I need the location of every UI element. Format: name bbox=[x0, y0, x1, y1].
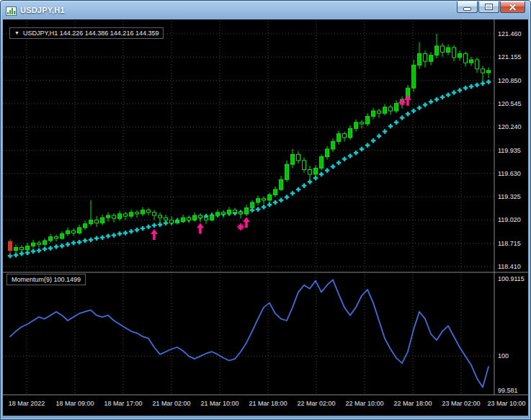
momentum-line-layer bbox=[10, 280, 488, 387]
chart-area[interactable]: 121.460121.155120.850120.545120.240119.9… bbox=[3, 19, 528, 416]
buy-arrow-icon bbox=[151, 229, 158, 240]
momentum-indicator-label: Momentum(9) 100.1499 bbox=[6, 274, 86, 285]
svg-text:118.715: 118.715 bbox=[498, 240, 521, 247]
svg-text:21 Mar 10:00: 21 Mar 10:00 bbox=[200, 400, 238, 407]
svg-text:23 Mar 10:00: 23 Mar 10:00 bbox=[487, 400, 525, 407]
svg-text:119.935: 119.935 bbox=[498, 147, 521, 154]
symbol-ohlc-label[interactable]: ▼ USDJPY,H1 144.226 144.386 144.216 144.… bbox=[9, 27, 164, 39]
window-title: USDJPY,H1 bbox=[20, 6, 65, 14]
close-button[interactable] bbox=[500, 1, 525, 13]
ohlc-text: USDJPY,H1 144.226 144.386 144.216 144.35… bbox=[23, 29, 159, 37]
svg-text:120.545: 120.545 bbox=[498, 100, 522, 107]
svg-text:99.581: 99.581 bbox=[498, 387, 518, 394]
svg-text:23 Mar 02:00: 23 Mar 02:00 bbox=[442, 400, 480, 407]
svg-text:18 Mar 17:00: 18 Mar 17:00 bbox=[104, 400, 142, 407]
time-scale[interactable]: 18 Mar 202218 Mar 09:0018 Mar 17:0021 Ma… bbox=[9, 400, 526, 407]
price-scale[interactable]: 121.460121.155120.850120.545120.240119.9… bbox=[498, 30, 522, 270]
candles-layer bbox=[9, 34, 491, 256]
svg-text:18 Mar 2022: 18 Mar 2022 bbox=[9, 400, 45, 407]
chart-dropdown-icon[interactable]: ▼ bbox=[14, 29, 19, 37]
svg-text:21 Mar 18:00: 21 Mar 18:00 bbox=[249, 400, 287, 407]
svg-text:119.020: 119.020 bbox=[498, 216, 521, 223]
buy-arrow-icon bbox=[243, 217, 250, 228]
svg-text:100.9115: 100.9115 bbox=[498, 275, 525, 282]
svg-text:118.410: 118.410 bbox=[498, 263, 521, 270]
svg-text:22 Mar 02:00: 22 Mar 02:00 bbox=[297, 400, 335, 407]
svg-text:121.155: 121.155 bbox=[498, 53, 522, 61]
svg-text:18 Mar 09:00: 18 Mar 09:00 bbox=[55, 400, 94, 407]
buy-arrow-icon bbox=[197, 223, 204, 234]
svg-text:120.240: 120.240 bbox=[498, 123, 522, 130]
svg-text:121.460: 121.460 bbox=[498, 30, 522, 37]
close-icon bbox=[509, 3, 517, 11]
svg-text:100: 100 bbox=[498, 352, 509, 359]
minimize-button[interactable] bbox=[457, 1, 478, 13]
svg-text:120.850: 120.850 bbox=[498, 77, 522, 84]
titlebar[interactable]: USDJPY,H1 bbox=[1, 1, 530, 19]
minimize-icon bbox=[463, 7, 471, 11]
svg-text:119.325: 119.325 bbox=[498, 193, 521, 200]
momentum-scale[interactable]: 100.911510099.581 bbox=[498, 275, 525, 394]
mt4-chart-window: USDJPY,H1 121.460121.155120.850120.54512… bbox=[0, 0, 531, 420]
svg-text:21 Mar 02:00: 21 Mar 02:00 bbox=[152, 400, 190, 407]
svg-text:119.630: 119.630 bbox=[498, 170, 521, 177]
chart-icon bbox=[6, 6, 17, 15]
buy-arrow-icon bbox=[404, 95, 411, 106]
maximize-button[interactable] bbox=[478, 1, 499, 13]
svg-text:22 Mar 18:00: 22 Mar 18:00 bbox=[393, 400, 432, 407]
price-chart-canvas[interactable]: 121.460121.155120.850120.545120.240119.9… bbox=[3, 19, 528, 416]
caption-buttons bbox=[457, 1, 525, 13]
maximize-icon bbox=[485, 4, 493, 10]
svg-text:22 Mar 10:00: 22 Mar 10:00 bbox=[345, 400, 383, 407]
